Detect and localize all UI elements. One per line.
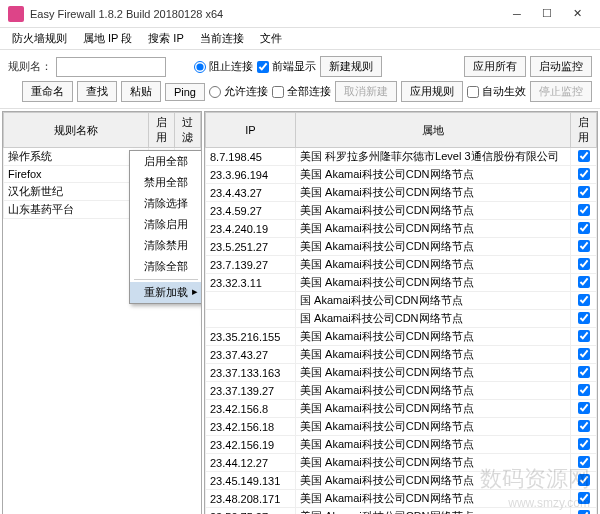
rule-row-name[interactable]: Firefox	[4, 166, 149, 183]
auto-effect-check[interactable]: 自动生效	[467, 84, 526, 99]
ip-cell[interactable]: 8.7.198.45	[206, 148, 296, 166]
rule-name-input[interactable]	[56, 57, 166, 77]
ip-enable-check[interactable]	[578, 150, 590, 162]
ip-enable-check[interactable]	[578, 168, 590, 180]
ip-enable-check[interactable]	[578, 474, 590, 486]
location-cell[interactable]: 美国 Akamai科技公司CDN网络节点	[296, 382, 571, 400]
ip-cell[interactable]: 23.37.139.27	[206, 382, 296, 400]
menu-ip-region[interactable]: 属地 IP 段	[75, 29, 140, 48]
location-cell[interactable]: 美国 Akamai科技公司CDN网络节点	[296, 454, 571, 472]
ip-enable-check[interactable]	[578, 312, 590, 324]
ip-enable-check[interactable]	[578, 384, 590, 396]
location-cell[interactable]: 美国 Akamai科技公司CDN网络节点	[296, 328, 571, 346]
ip-enable-check[interactable]	[578, 510, 590, 515]
ip-cell[interactable]: 23.37.133.163	[206, 364, 296, 382]
ip-enable-check[interactable]	[578, 276, 590, 288]
ip-enable-check[interactable]	[578, 258, 590, 270]
ip-cell[interactable]: 23.4.59.27	[206, 202, 296, 220]
location-cell[interactable]: 美国 Akamai科技公司CDN网络节点	[296, 166, 571, 184]
ip-cell[interactable]: 23.45.149.131	[206, 472, 296, 490]
ip-enable-check[interactable]	[578, 492, 590, 504]
block-conn-radio[interactable]: 阻止连接	[194, 59, 253, 74]
ip-cell[interactable]: 23.37.43.27	[206, 346, 296, 364]
ip-cell[interactable]: 23.42.156.18	[206, 418, 296, 436]
ip-enable-check[interactable]	[578, 366, 590, 378]
location-cell[interactable]: 美国 Akamai科技公司CDN网络节点	[296, 346, 571, 364]
col-rule-name[interactable]: 规则名称	[4, 113, 149, 148]
location-cell[interactable]: 美国 Akamai科技公司CDN网络节点	[296, 256, 571, 274]
new-rule-button[interactable]: 新建规则	[320, 56, 382, 77]
ip-cell[interactable]: 23.42.156.8	[206, 400, 296, 418]
menu-item[interactable]: 启用全部	[130, 151, 202, 172]
minimize-button[interactable]: ─	[502, 4, 532, 24]
menu-item[interactable]: 清除启用	[130, 214, 202, 235]
location-cell[interactable]: 美国 Akamai科技公司CDN网络节点	[296, 508, 571, 515]
rule-row-name[interactable]: 操作系统	[4, 148, 149, 166]
col-filter[interactable]: 过滤	[175, 113, 201, 148]
menu-firewall-rules[interactable]: 防火墙规则	[4, 29, 75, 48]
location-cell[interactable]: 美国 Akamai科技公司CDN网络节点	[296, 490, 571, 508]
location-cell[interactable]: 美国 Akamai科技公司CDN网络节点	[296, 274, 571, 292]
paste-button[interactable]: 粘贴	[121, 81, 161, 102]
ip-cell[interactable]: 23.48.208.171	[206, 490, 296, 508]
ip-enable-check[interactable]	[578, 402, 590, 414]
ip-cell[interactable]: 23.44.12.27	[206, 454, 296, 472]
rename-button[interactable]: 重命名	[22, 81, 73, 102]
ip-cell[interactable]: 23.35.216.155	[206, 328, 296, 346]
menu-item[interactable]: 禁用全部	[130, 172, 202, 193]
ip-cell[interactable]	[206, 292, 296, 310]
ip-cell[interactable]: 23.32.3.11	[206, 274, 296, 292]
location-cell[interactable]: 美国 Akamai科技公司CDN网络节点	[296, 418, 571, 436]
col-location[interactable]: 属地	[296, 113, 571, 148]
location-cell[interactable]: 国 Akamai科技公司CDN网络节点	[296, 292, 571, 310]
location-cell[interactable]: 美国 Akamai科技公司CDN网络节点	[296, 436, 571, 454]
close-button[interactable]: ✕	[562, 4, 592, 24]
ip-enable-check[interactable]	[578, 240, 590, 252]
location-cell[interactable]: 美国 Akamai科技公司CDN网络节点	[296, 220, 571, 238]
find-button[interactable]: 查找	[77, 81, 117, 102]
ip-enable-check[interactable]	[578, 204, 590, 216]
apply-rule-button[interactable]: 应用规则	[401, 81, 463, 102]
menu-item[interactable]: 清除禁用	[130, 235, 202, 256]
rule-row-name[interactable]: 山东基药平台	[4, 201, 149, 219]
maximize-button[interactable]: ☐	[532, 4, 562, 24]
menu-file[interactable]: 文件	[252, 29, 290, 48]
all-conn-check[interactable]: 全部连接	[272, 84, 331, 99]
menu-item[interactable]: 清除选择	[130, 193, 202, 214]
menu-reload[interactable]: 重新加载 ▸ 按名称 按启用	[130, 282, 202, 303]
ip-cell[interactable]: 23.4.43.27	[206, 184, 296, 202]
menu-item[interactable]: 清除全部	[130, 256, 202, 277]
col-ip[interactable]: IP	[206, 113, 296, 148]
ip-enable-check[interactable]	[578, 330, 590, 342]
ip-enable-check[interactable]	[578, 420, 590, 432]
ip-enable-check[interactable]	[578, 294, 590, 306]
context-menu[interactable]: 启用全部禁用全部清除选择清除启用清除禁用清除全部 重新加载 ▸ 按名称 按启用	[129, 150, 202, 304]
location-cell[interactable]: 美国 Akamai科技公司CDN网络节点	[296, 184, 571, 202]
allow-conn-radio[interactable]: 允许连接	[209, 84, 268, 99]
location-cell[interactable]: 美国 Akamai科技公司CDN网络节点	[296, 364, 571, 382]
location-cell[interactable]: 国 Akamai科技公司CDN网络节点	[296, 310, 571, 328]
ping-button[interactable]: Ping	[165, 83, 205, 101]
ip-enable-check[interactable]	[578, 186, 590, 198]
ip-enable-check[interactable]	[578, 438, 590, 450]
ip-cell[interactable]: 23.5.251.27	[206, 238, 296, 256]
location-cell[interactable]: 美国 Akamai科技公司CDN网络节点	[296, 202, 571, 220]
ip-enable-check[interactable]	[578, 348, 590, 360]
apply-all-button[interactable]: 应用所有	[464, 56, 526, 77]
ip-enable-check[interactable]	[578, 222, 590, 234]
location-cell[interactable]: 美国 Akamai科技公司CDN网络节点	[296, 238, 571, 256]
col-enable[interactable]: 启用	[149, 113, 175, 148]
menu-search-ip[interactable]: 搜索 IP	[140, 29, 191, 48]
menu-current-conn[interactable]: 当前连接	[192, 29, 252, 48]
ip-cell[interactable]: 23.50.75.27	[206, 508, 296, 515]
ip-cell[interactable]: 23.7.139.27	[206, 256, 296, 274]
start-monitor-button[interactable]: 启动监控	[530, 56, 592, 77]
ip-cell[interactable]	[206, 310, 296, 328]
location-cell[interactable]: 美国 Akamai科技公司CDN网络节点	[296, 400, 571, 418]
front-display-check[interactable]: 前端显示	[257, 59, 316, 74]
ip-cell[interactable]: 23.42.156.19	[206, 436, 296, 454]
location-cell[interactable]: 美国 Akamai科技公司CDN网络节点	[296, 472, 571, 490]
ip-enable-check[interactable]	[578, 456, 590, 468]
location-cell[interactable]: 美国 科罗拉多州隆菲尔德市Level 3通信股份有限公司	[296, 148, 571, 166]
ip-cell[interactable]: 23.3.96.194	[206, 166, 296, 184]
